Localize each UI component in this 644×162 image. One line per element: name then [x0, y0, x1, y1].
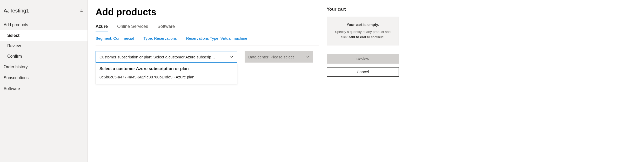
select-label: Data center: Please select	[248, 55, 294, 59]
cart-hint-prefix: click	[341, 35, 348, 39]
tab-label: Software	[157, 24, 175, 29]
divider	[96, 45, 319, 45]
cart-hint-text: Specify a quantity of any product and	[335, 30, 391, 34]
tab-software[interactable]: Software	[157, 24, 175, 31]
cart-hint-suffix: to continue.	[366, 35, 385, 39]
review-button[interactable]: Review	[327, 54, 399, 64]
tab-label: Azure	[96, 24, 108, 29]
breadcrumb-reservations-type[interactable]: Reservations Type: Virtual machine	[186, 36, 247, 40]
nav-label: Confirm	[7, 54, 22, 58]
nav-label: Subscriptions	[4, 76, 29, 80]
dropdown-header: Select a customer Azure subscription or …	[99, 66, 233, 71]
selects-row: Customer subscription or plan: Select a …	[96, 51, 319, 63]
button-label: Cancel	[357, 70, 369, 74]
cart-empty-heading: Your cart is empty.	[332, 23, 394, 27]
main-area: Add products Azure Online Services Softw…	[88, 0, 644, 162]
page-title: Add products	[96, 7, 319, 18]
tab-online-services[interactable]: Online Services	[117, 24, 148, 31]
cart-hint-bold: Add to cart	[348, 35, 366, 39]
subscription-select[interactable]: Customer subscription or plan: Select a …	[96, 51, 237, 63]
directory-title: AJTesting1	[4, 8, 29, 14]
content-column: Add products Azure Online Services Softw…	[96, 7, 319, 155]
nav-order-history[interactable]: Order history	[0, 62, 88, 72]
filter-breadcrumbs: Segment: Commercial Type: Reservations R…	[96, 36, 319, 40]
nav-subscriptions[interactable]: Subscriptions	[0, 72, 88, 83]
datacenter-select[interactable]: Data center: Please select	[245, 51, 313, 63]
sidebar: AJTesting1 Add products Select Review Co…	[0, 0, 88, 162]
tab-label: Online Services	[117, 24, 148, 29]
chevron-down-icon	[306, 55, 310, 59]
cart-hint-line: Specify a quantity of any product and cl…	[332, 29, 394, 39]
cart-panel: Your cart Your cart is empty. Specify a …	[327, 7, 399, 155]
nav-step-confirm[interactable]: Confirm	[0, 51, 88, 62]
nav-label: Review	[7, 44, 21, 48]
product-tabs: Azure Online Services Software	[96, 24, 319, 31]
tab-azure[interactable]: Azure	[96, 24, 108, 31]
nav-add-products[interactable]: Add products	[0, 19, 88, 30]
select-label: Customer subscription or plan: Select a …	[99, 55, 215, 59]
nav-step-review[interactable]: Review	[0, 41, 88, 51]
breadcrumb-type[interactable]: Type: Reservations	[143, 36, 177, 40]
switch-directory-icon[interactable]	[79, 9, 83, 13]
nav-label: Software	[4, 86, 20, 91]
nav-software[interactable]: Software	[0, 83, 88, 94]
button-label: Review	[356, 57, 369, 61]
nav-label: Add products	[4, 23, 28, 27]
nav-step-select[interactable]: Select	[0, 30, 88, 41]
cancel-button[interactable]: Cancel	[327, 67, 399, 77]
breadcrumb-segment[interactable]: Segment: Commercial	[96, 36, 134, 40]
dropdown-option[interactable]: 8e5b6c05-a477-4a49-662f-c38760b14de9 - A…	[99, 74, 233, 80]
sidebar-header: AJTesting1	[0, 6, 88, 19]
nav-label: Order history	[4, 65, 28, 69]
nav-label: Select	[7, 33, 19, 38]
cart-empty-box: Your cart is empty. Specify a quantity o…	[327, 17, 399, 45]
subscription-dropdown: Select a customer Azure subscription or …	[96, 63, 237, 84]
chevron-down-icon	[230, 55, 233, 59]
cart-title: Your cart	[327, 7, 399, 12]
